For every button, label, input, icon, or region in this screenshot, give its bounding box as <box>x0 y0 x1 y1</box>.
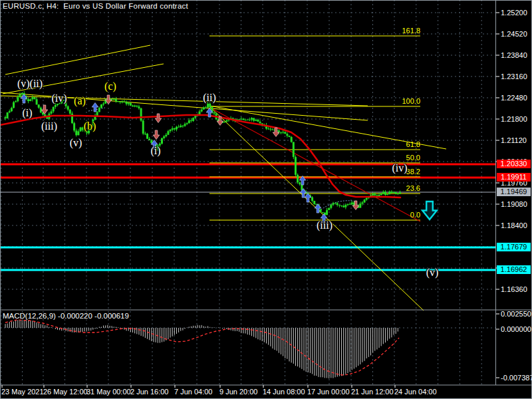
signal-arrows <box>21 94 437 223</box>
down-arrow-marker <box>352 201 359 210</box>
down-arrow-marker <box>155 114 162 123</box>
candlesticks <box>5 91 401 216</box>
macd-indicator <box>5 320 399 378</box>
down-arrow-marker <box>153 130 160 140</box>
red-moving-average <box>0 115 400 198</box>
horizontal-price-lines[interactable] <box>0 164 495 270</box>
up-arrow-marker <box>92 103 98 112</box>
blue-dashed-segment-1 <box>317 201 356 213</box>
up-arrow-marker <box>321 214 327 223</box>
trendline-ascending-lower <box>3 64 164 94</box>
blue-dashed-segment-0 <box>88 108 105 111</box>
chart-canvas[interactable] <box>0 0 532 399</box>
trading-chart-window: EURUSD.c, H4: Euro vs US Dollar Forward … <box>0 0 532 399</box>
trendline-descending-from-ii <box>209 106 446 149</box>
down-arrow-marker <box>273 128 279 137</box>
big-cyan-down-arrow[interactable] <box>422 201 437 219</box>
